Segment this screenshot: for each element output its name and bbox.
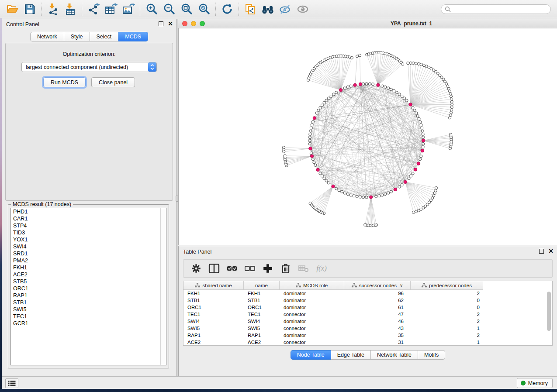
ring-node[interactable] [327, 182, 330, 184]
table-row[interactable]: TEC1TEC1connector472 [183, 311, 552, 318]
duplicate-network-icon[interactable] [242, 2, 258, 17]
memory-button[interactable]: Memory [517, 378, 553, 388]
leaf-node[interactable] [450, 103, 453, 106]
ring-node[interactable] [398, 93, 401, 96]
table-cell[interactable]: ACE2 [244, 340, 280, 345]
open-file-icon[interactable] [4, 2, 20, 17]
ring-node[interactable] [390, 190, 392, 193]
table-cell[interactable]: 1 [411, 340, 483, 345]
ring-node[interactable] [325, 99, 328, 102]
float-table-panel-icon[interactable] [539, 249, 544, 254]
tab-node-table[interactable]: Node Table [291, 350, 331, 360]
table-cell[interactable]: STB1 [244, 298, 280, 303]
ring-node[interactable] [420, 124, 422, 126]
leaf-node[interactable] [282, 146, 285, 149]
column-header-name[interactable]: name [244, 281, 280, 290]
table-row[interactable]: SWI5SWI5connector431 [183, 325, 552, 332]
ring-node[interactable] [310, 152, 312, 155]
mcds-result-item[interactable]: ACE2 [11, 271, 166, 278]
ring-node[interactable] [353, 195, 355, 197]
ring-node[interactable] [420, 155, 422, 158]
delete-table-icon[interactable] [296, 261, 311, 275]
table-row[interactable]: RAP1RAP1dominator352 [183, 332, 552, 339]
leaf-node[interactable] [356, 55, 359, 58]
dominator-node[interactable] [417, 162, 420, 165]
leaf-node[interactable] [364, 224, 367, 226]
dominator-node[interactable] [394, 188, 397, 191]
ring-node[interactable] [368, 83, 371, 85]
leaf-node[interactable] [434, 189, 437, 192]
ring-node[interactable] [343, 192, 346, 194]
table-cell[interactable]: connector [280, 312, 344, 317]
tab-edge-table[interactable]: Edge Table [331, 350, 371, 360]
ring-node[interactable] [418, 117, 420, 120]
ring-node[interactable] [308, 136, 311, 139]
ring-node[interactable] [381, 85, 384, 87]
mcds-result-item[interactable]: YOX1 [11, 236, 166, 243]
mcds-result-item[interactable]: STB1 [11, 299, 166, 306]
ring-node[interactable] [315, 112, 318, 114]
ring-node[interactable] [375, 195, 377, 198]
mcds-result-item[interactable]: TEC1 [11, 313, 166, 320]
table-cell[interactable]: 62 [344, 298, 411, 303]
ring-node[interactable] [317, 109, 320, 112]
ring-node[interactable] [325, 179, 328, 182]
table-settings-icon[interactable] [189, 261, 204, 275]
table-cell[interactable]: SWI4 [244, 319, 280, 324]
tab-style[interactable]: Style [64, 32, 90, 41]
ring-node[interactable] [309, 133, 311, 135]
leaf-node[interactable] [309, 202, 311, 205]
ring-node[interactable] [421, 127, 423, 129]
table-cell[interactable]: SWI5 [183, 326, 244, 331]
ring-node[interactable] [372, 83, 374, 86]
table-cell[interactable]: RAP1 [183, 333, 244, 338]
network-canvas[interactable] [178, 28, 557, 245]
task-history-button[interactable] [5, 378, 18, 388]
dominator-node[interactable] [353, 83, 356, 86]
ring-node[interactable] [365, 83, 368, 85]
export-image-icon[interactable] [121, 2, 136, 17]
split-column-view-icon[interactable] [207, 261, 221, 275]
table-cell[interactable]: 0 [411, 305, 483, 310]
zoom-out-icon[interactable] [161, 2, 177, 17]
table-cell[interactable]: FKH1 [244, 291, 280, 296]
leaf-node[interactable] [401, 63, 404, 65]
table-cell[interactable]: connector [280, 340, 344, 345]
zoom-fit-icon[interactable] [179, 2, 194, 17]
ring-node[interactable] [415, 112, 418, 114]
ring-node[interactable] [338, 189, 340, 192]
leaf-node[interactable] [450, 106, 453, 109]
ring-node[interactable] [321, 104, 323, 107]
deselect-all-rows-icon[interactable] [242, 261, 257, 275]
network-search-field[interactable] [441, 4, 551, 14]
leaf-node[interactable] [448, 117, 451, 119]
table-cell[interactable]: TEC1 [244, 312, 280, 317]
leaf-node[interactable] [435, 186, 437, 189]
ring-node[interactable] [311, 120, 314, 123]
ring-node[interactable] [365, 196, 368, 199]
ring-node[interactable] [378, 195, 381, 197]
table-cell[interactable]: 2 [411, 291, 483, 296]
close-table-panel-icon[interactable]: ✕ [548, 249, 554, 254]
ring-node[interactable] [412, 172, 414, 175]
mcds-result-item[interactable]: CAR1 [11, 215, 166, 222]
network-window-titlebar[interactable]: YPA_prune.txt_1 [178, 19, 557, 28]
table-cell[interactable]: TEC1 [183, 312, 244, 317]
leaf-node[interactable] [450, 98, 453, 100]
zoom-window-icon[interactable] [200, 21, 205, 26]
optimization-criterion-select[interactable]: largest connected component (undirected) [21, 62, 157, 72]
table-row[interactable]: STB1STB1dominator620 [183, 297, 552, 304]
ring-node[interactable] [310, 127, 312, 129]
ring-node[interactable] [405, 99, 408, 102]
ring-node[interactable] [319, 172, 322, 175]
dominator-node[interactable] [316, 168, 319, 171]
table-cell[interactable]: dominator [280, 305, 344, 310]
dominator-node[interactable] [313, 117, 316, 120]
ring-node[interactable] [384, 86, 387, 88]
dominator-node[interactable] [421, 149, 424, 152]
leaf-node[interactable] [422, 64, 425, 67]
leaf-node[interactable] [450, 100, 453, 103]
leaf-node[interactable] [415, 62, 417, 65]
leaf-node[interactable] [412, 211, 415, 213]
ring-node[interactable] [362, 196, 365, 199]
